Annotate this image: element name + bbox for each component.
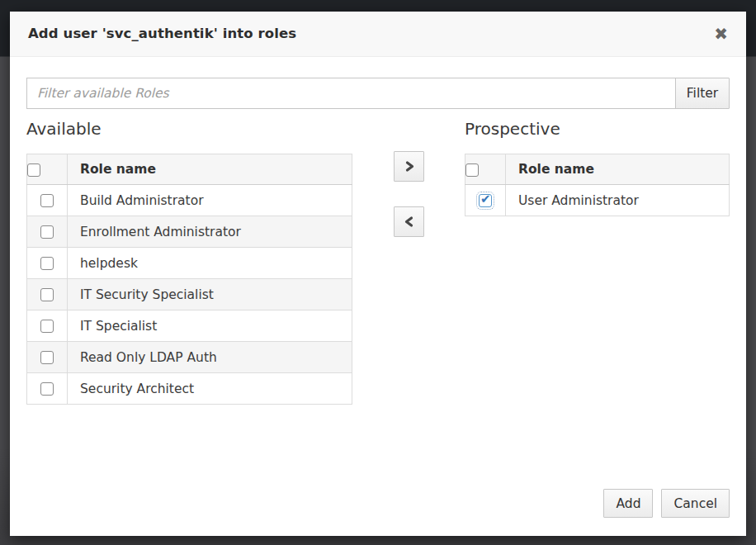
chevron-right-icon [404,160,415,173]
dialog-title: Add user 'svc_authentik' into roles [10,12,746,56]
table-header-row: Role name [27,154,352,185]
checkbox-cell [27,216,68,248]
move-to-available-button[interactable] [394,206,424,237]
close-icon[interactable]: ✖ [709,12,733,56]
table-row: helpdesk [27,248,352,279]
role-name-cell: Security Architect [68,373,352,405]
available-roles-table: Role name Build AdministratorEnrollment … [26,154,352,405]
chevron-left-icon [404,216,415,228]
move-to-prospective-button[interactable] [394,151,424,182]
dialog-footer: Add Cancel [603,489,730,518]
table-row: Security Architect [27,373,352,405]
checkbox-cell [27,373,68,405]
row-checkbox[interactable] [40,225,54,239]
row-checkbox[interactable] [40,320,54,333]
add-button[interactable]: Add [603,489,653,518]
screen: { "modal": { "title": "Add user 'svc_aut… [0,0,756,545]
role-name-cell: Read Only LDAP Auth [68,342,352,373]
checkbox-cell [27,310,68,342]
filter-button[interactable]: Filter [675,78,730,109]
role-name-cell: User Administrator [506,185,730,216]
role-name-column-header: Role name [68,154,352,185]
role-name-cell: helpdesk [68,248,352,279]
filter-input[interactable] [26,78,676,109]
row-checkbox[interactable] [40,257,54,270]
available-heading: Available [26,119,102,139]
role-name-column-header: Role name [506,154,730,185]
table-row: Read Only LDAP Auth [27,342,352,373]
cancel-button[interactable]: Cancel [661,489,730,518]
dialog-body: Filter Available Prospective Role name B… [10,57,746,536]
row-checkbox[interactable] [40,288,54,301]
checkbox-cell [27,185,68,216]
checkbox-header-cell [465,154,506,185]
prospective-heading: Prospective [465,119,560,139]
checkbox-cell [27,279,68,310]
table-row: Build Administrator [27,185,352,216]
row-checkbox[interactable] [40,382,54,396]
table-row: Enrollment Administrator [27,216,352,248]
checkbox-header-cell [27,154,68,185]
select-all-checkbox[interactable] [27,164,40,177]
dialog-header: Add user 'svc_authentik' into roles ✖ [10,12,746,57]
table-header-row: Role name [465,154,730,185]
row-checkbox-checked[interactable] [479,194,492,207]
row-checkbox[interactable] [40,194,54,207]
table-row: User Administrator [465,185,730,216]
filter-group: Filter [26,78,730,109]
add-roles-dialog: Add user 'svc_authentik' into roles ✖ Fi… [10,12,746,536]
table-row: IT Security Specialist [27,279,352,310]
prospective-roles-table: Role name User Administrator [465,154,730,216]
row-checkbox[interactable] [40,351,54,364]
role-name-cell: Build Administrator [68,185,352,216]
checkbox-cell [27,248,68,279]
select-all-checkbox[interactable] [465,164,479,177]
role-name-cell: IT Specialist [68,310,352,342]
role-name-cell: Enrollment Administrator [68,216,352,248]
checkbox-cell [27,342,68,373]
role-name-cell: IT Security Specialist [68,279,352,310]
checkbox-cell [465,185,506,216]
table-row: IT Specialist [27,310,352,342]
